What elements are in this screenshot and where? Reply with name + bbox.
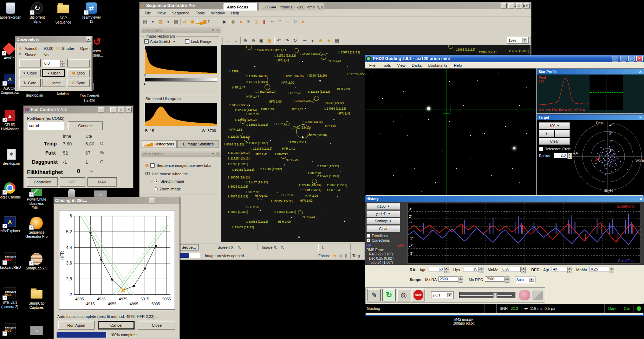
grid-icon[interactable]: ▦ [266,37,273,44]
sgp-maximize-button[interactable]: □ [516,3,522,8]
phd2-titlebar[interactable]: PHD2 Guiding 2.6.3 - asi120 orion mini ↔… [365,55,644,62]
zoom-image-radio[interactable]: ◌ Zoom image [150,187,181,191]
hys-input[interactable]: 15 [463,267,479,272]
desktop-icon-bittorrent-sync[interactable]: ↻BitTorrent Sync [26,1,48,24]
close-button[interactable]: Close [138,321,175,330]
history-settings-select[interactable]: Settings▼ [366,218,400,224]
controlled-button[interactable]: Controlled [27,177,58,187]
radius-input[interactable]: 2.0 [554,153,567,158]
rotate-left-button[interactable]: ← [19,59,41,67]
max-button[interactable]: MAX [87,177,117,187]
mxdec-input[interactable]: 2500 [485,276,505,282]
desktop-icon-oogle-chrome[interactable]: oogle Chrome [0,181,21,200]
thermometer-icon[interactable]: ▮ [345,253,347,258]
menu-sequence[interactable]: Sequence [169,10,193,16]
observatory-close-button[interactable]: ✕ [86,37,91,42]
mxdec-spinner[interactable]: ▲▼ [505,276,509,283]
tab-frame-image[interactable]: ...00644__frame16_-20C_amb_9,1C [258,3,324,11]
bulb-icon[interactable]: ◍ [339,253,343,258]
hys-spinner[interactable]: ▲▼ [479,267,483,273]
magnifier-icon[interactable]: ◌ [213,18,220,25]
fan-maximize-button[interactable]: □ [118,107,124,112]
save-sequence-icon[interactable]: ▦ [173,18,180,25]
new-dropdown-icon[interactable]: ▾ [149,18,156,25]
filter-wheel-icon[interactable]: ● [238,18,245,25]
autofocus-undock-button[interactable]: ↔ [149,198,155,203]
dome-icon[interactable]: ◠ [276,18,283,25]
shutter-close-button[interactable]: ▼Close [19,69,41,77]
close-icon[interactable]: ✕ [639,197,642,201]
exposure-select[interactable]: 2.0 s▼ [431,291,454,299]
desktop-icon-byeos[interactable]: BackyardEOS [0,322,21,336]
desktop-icon-bye-v3-1[interactable]: BackyardEOSBYE v3.1 (camera 2) [0,287,21,309]
stretch-image-radio[interactable]: ↗ Stretch image [150,179,184,183]
desktop-icon-cpuid[interactable]: ▲CPUID HWMonitor [0,109,21,131]
menu-tools[interactable]: Tools [193,10,208,16]
phd2-menu-bookmarks[interactable]: Bookmarks [425,62,451,69]
menu-view[interactable]: View [154,10,169,16]
guider-icon[interactable]: ✦ [268,18,275,25]
fan-titlebar[interactable]: Fan Controll V 1.2 ↔ _ □ ✕ [24,106,133,113]
pixel-grid-icon[interactable]: ▦ [333,37,340,44]
thermometer-icon[interactable]: ▮ [261,18,268,25]
dec-agr-spinner[interactable]: ▲▼ [567,267,572,273]
dec-agr-input[interactable]: 40 [552,267,567,272]
history-xscale-select[interactable]: x:100▼ [366,203,400,210]
redo-icon[interactable]: ↷ [284,37,291,44]
tab-list-dropdown-icon[interactable]: ▾ [515,4,516,8]
mxra-spinner[interactable]: ▲▼ [458,276,463,283]
shutter-open-button[interactable]: ▲Open [42,69,65,77]
slider-thumb[interactable] [493,293,497,298]
phd2-minimize-button[interactable]: _ [620,56,626,61]
rotate-right-button[interactable]: → [67,59,90,67]
phd2-menu-darks[interactable]: Darks [409,62,425,69]
history-titlebar[interactable]: History ✕ [365,196,644,202]
auto-stretch-checkbox[interactable]: ✓Auto Stretch▼ [144,39,175,44]
focus-star-icon[interactable]: ★ [333,253,337,258]
loop-exposures-button[interactable]: ↻ [382,289,396,301]
zoom-level-select[interactable]: 15%▼ [507,37,529,44]
safety-icon[interactable]: ● [299,18,306,25]
close-icon[interactable]: ✕ [639,116,642,119]
focuser-icon[interactable]: ◎ [253,18,260,25]
ra-mnmo-spinner[interactable]: ▲▼ [521,267,526,273]
crop-icon[interactable]: ▣ [258,37,265,44]
dec-mnmo-input[interactable]: 0.25 [590,267,609,272]
sgp-titlebar[interactable]: ⚌ Sequence Generator Pro ↔ _ □ ✕ [139,2,531,9]
desktop-icon-sequence[interactable]: Sequence Generator Pro [25,216,48,239]
target-clear-button[interactable]: Clear [539,138,570,145]
jog-amount-input[interactable]: 0,0 [43,60,60,67]
panel-dropdown-icon[interactable]: ▾ [212,28,214,32]
phd2-close-button[interactable]: ✕ [636,56,643,61]
tab-close-icon[interactable]: ✕ [522,4,525,8]
desktop-icon-rofileexplorer[interactable]: ArofileExplorer [0,215,21,233]
tab-auto-focus[interactable]: Auto Focus [223,3,258,11]
cancel-button[interactable]: Cancel [98,321,135,330]
panel-dropdown-icon[interactable]: ▾ [212,151,214,156]
target-titlebar[interactable]: Target ✕ [537,115,644,120]
home-button[interactable]: ⌂Home [42,79,65,87]
tab-histograms[interactable]: ▂▄▆ Histograms [142,140,177,148]
goto-button[interactable]: ↻Goto [19,79,41,87]
ra-agr-input[interactable]: 50 [429,267,444,272]
phd2-menu-file[interactable]: File [366,62,379,69]
phd2-maximize-button[interactable]: □ [628,56,635,61]
shutter-stop-button[interactable]: ⬣Stop [67,69,90,77]
ra-mnmo-input[interactable]: 0.20 [501,267,521,272]
sync-button[interactable]: ↺Sync [67,79,90,87]
desktop-icon-backyardred[interactable]: BackyardREDBackyardRED [0,252,21,270]
phd2-menu-view[interactable]: View [394,62,409,69]
desktop-icon-msoft[interactable]: ≣ [25,324,48,337]
run-again-button[interactable]: Run Again [58,321,95,330]
refresh-icon[interactable]: ↻ [292,37,299,44]
goto-frame-icon[interactable]: ⇥ [301,37,308,44]
fan-minimize-button[interactable]: _ [110,107,116,112]
tab-image-statistics[interactable]: Σ Image Statistics [177,140,219,148]
sequence-new-tabs-checkbox[interactable]: ▣ Sequence images use new tabs [145,163,211,168]
histogram-gradient-slider[interactable] [145,78,217,82]
desktop-icon-desktop-ini[interactable]: ✱desktop.ini [0,148,22,166]
autofocus-titlebar[interactable]: Closing in 28s... ↔ [54,197,180,204]
gamma-slider[interactable] [459,292,515,298]
phd2-menu-help[interactable]: Help [451,62,465,69]
statistics-icon[interactable]: Σ [206,18,213,25]
